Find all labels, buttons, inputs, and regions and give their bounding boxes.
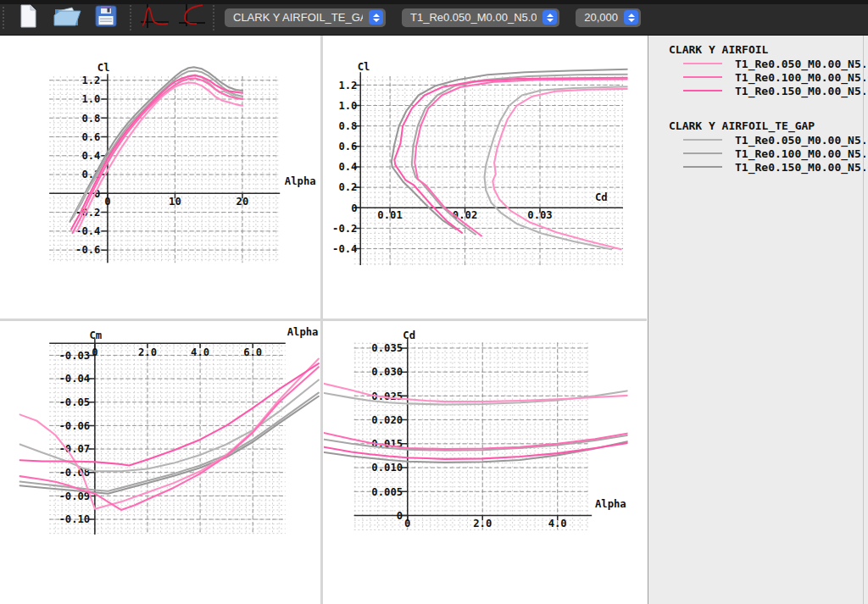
legend-item: T1_Re0.150_M0.00_N5.0 [669,160,868,174]
y-axis-title: Cd [403,330,415,341]
polar-select-value: T1_Re0.050_M0.00_N5.0 [410,11,537,24]
legend-item-label: T1_Re0.100_M0.00_N5.0 [735,147,868,160]
x-tick-label: 10 [169,196,181,208]
y-tick-label: 0.2 [338,181,357,193]
new-document-icon [17,3,39,31]
y-axis-title: Cl [97,62,110,74]
y-tick-label: 1.2 [81,75,100,86]
reynolds-select-value: 20,000 [584,11,618,24]
toolbar-separator [213,5,215,30]
x-tick-label: 0 [404,518,410,529]
y-tick-label: -0.05 [58,396,90,408]
legend-item-label: T1_Re0.100_M0.00_N5.0 [735,71,868,84]
y-tick-label: -0.04 [58,373,90,385]
y-tick-label: 1.0 [81,93,100,105]
legend-group-title: CLARK Y AIRFOIL [669,43,868,57]
reynolds-select[interactable]: 20,000 [576,8,641,27]
legend-item: T1_Re0.100_M0.00_N5.0 [669,147,868,160]
foil-plot-view-button[interactable] [140,3,170,32]
y-tick-label: -0.10 [58,513,90,525]
y-tick-label: 0.6 [338,141,357,152]
x-tick-label: 0.03 [527,209,552,221]
save-button[interactable] [94,4,118,30]
new-file-button[interactable] [17,3,39,31]
legend-line-swatch [683,76,722,78]
y-tick-label: 0.005 [371,486,403,498]
y-tick-label: -0.2 [332,223,357,235]
chevron-up-down-icon [369,10,383,25]
x-tick-label: 2.0 [138,346,157,358]
x-tick-label: 0 [104,196,110,208]
legend-item: T1_Re0.050_M0.00_N5.0 [669,133,868,147]
y-tick-label: -0.03 [58,350,90,362]
legend-item: T1_Re0.100_M0.00_N5.0 [669,70,868,84]
legend-line-swatch [683,90,722,91]
polar-select[interactable]: T1_Re0.050_M0.00_N5.0 [402,8,559,27]
x-tick-label: 4.0 [191,346,209,358]
legend-group: CLARK Y AIRFOILT1_Re0.050_M0.00_N5.0T1_R… [669,43,868,97]
y-tick-label: 1.2 [338,80,357,91]
legend-line-swatch [683,63,722,64]
y-axis-title: Cm [89,330,102,341]
legend-group-title: CLARK Y AIRFOIL_TE_GAP [669,119,868,133]
legend-item: T1_Re0.050_M0.00_N5.0 [669,57,868,70]
y-axis-title: Cl [358,61,370,73]
legend-item: T1_Re0.150_M0.00_N5.0 [669,84,868,97]
legend: CLARK Y AIRFOILT1_Re0.050_M0.00_N5.0T1_R… [648,36,868,174]
toolbar-grip[interactable] [3,7,6,29]
open-folder-icon [53,4,81,30]
x-tick-label: 4.0 [548,518,567,529]
x-tick-label: 20 [236,196,249,208]
legend-item-label: T1_Re0.150_M0.00_N5.0 [735,85,868,97]
legend-line-swatch [683,139,722,141]
legend-line-swatch [683,166,722,168]
y-tick-label: 0.030 [371,366,403,378]
legend-panel: CLARK Y AIRFOILT1_Re0.050_M0.00_N5.0T1_R… [648,36,868,604]
toolbar: CLARK Y AIRFOIL_TE_GAP T1_Re0.050_M0.00_… [0,0,868,36]
airfoil-select[interactable]: CLARK Y AIRFOIL_TE_GAP [225,8,386,27]
x-axis-title: Alpha [287,326,319,338]
legend-group: CLARK Y AIRFOIL_TE_GAPT1_Re0.050_M0.00_N… [669,119,868,174]
y-tick-label: 0.4 [81,150,100,162]
y-tick-label: 1.0 [338,100,357,112]
y-tick-label: 0.4 [338,161,357,173]
save-icon [94,4,118,30]
legend-line-swatch [683,152,722,154]
y-tick-label: -0.06 [58,420,90,432]
x-tick-label: 0.01 [377,209,402,221]
y-tick-label: 0 [397,510,403,522]
foil-plot-icon [140,3,170,32]
horizontal-splitter[interactable] [0,319,647,321]
airfoil-select-value: CLARK Y AIRFOIL_TE_GAP [233,11,363,24]
x-tick-label: 0 [92,346,97,358]
x-axis-title: Alpha [285,175,316,187]
legend-item-label: T1_Re0.050_M0.00_N5.0 [735,134,868,147]
x-tick-label: 2.0 [473,518,492,529]
chevron-up-down-icon [624,10,638,25]
y-tick-label: 0.035 [371,342,403,354]
legend-item-label: T1_Re0.050_M0.00_N5.0 [735,58,868,70]
y-tick-label: 0.020 [371,414,403,426]
polar-plot-icon [176,3,207,32]
y-tick-label: 0.8 [81,113,100,125]
y-tick-label: 0 [351,202,357,214]
legend-item-label: T1_Re0.150_M0.00_N5.0 [735,161,868,174]
toolbar-separator [130,5,132,30]
y-tick-label: 0.6 [81,131,100,143]
open-file-button[interactable] [53,4,81,30]
y-tick-label: 0.010 [371,462,403,474]
y-tick-label: -0.6 [75,244,100,256]
y-tick-label: 0.8 [338,120,357,132]
chevron-up-down-icon [542,10,557,25]
y-tick-label: -0.4 [332,243,357,255]
x-tick-label: 6.0 [243,346,262,358]
x-axis-title: Cd [595,191,608,203]
polar-plot-view-button[interactable] [176,3,207,32]
x-axis-title: Alpha [595,498,626,510]
application-window: CLARK Y AIRFOIL_TE_GAP T1_Re0.050_M0.00_… [0,0,868,604]
